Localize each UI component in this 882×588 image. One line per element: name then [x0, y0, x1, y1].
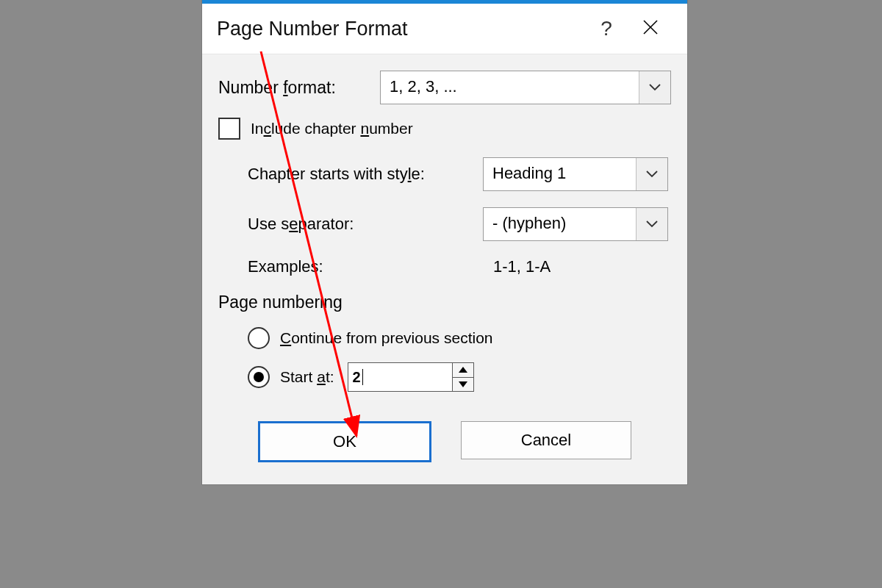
chevron-down-icon	[636, 208, 667, 240]
svg-marker-3	[459, 381, 467, 387]
start-at-radio[interactable]	[248, 366, 270, 388]
continue-previous-option[interactable]: Continue from previous section	[248, 327, 671, 349]
ok-button[interactable]: OK	[258, 421, 431, 462]
chevron-down-icon	[636, 158, 667, 190]
dialog-title: Page Number Format	[217, 18, 584, 40]
text-cursor	[362, 369, 363, 385]
chapter-style-label: Chapter starts with style:	[248, 165, 483, 184]
chapter-style-dropdown[interactable]: Heading 1	[483, 157, 668, 191]
examples-value: 1-1, 1-A	[483, 257, 551, 276]
svg-marker-2	[459, 367, 467, 373]
spinner-arrows	[452, 363, 473, 391]
include-chapter-number-label: Include chapter number	[251, 120, 413, 137]
start-at-spinner[interactable]: 2	[348, 362, 474, 392]
close-icon	[642, 19, 659, 35]
spinner-up-button[interactable]	[453, 363, 473, 378]
examples-row: Examples: 1-1, 1-A	[248, 257, 671, 276]
page-number-format-dialog: Page Number Format ? Number format: 1, 2…	[202, 0, 687, 484]
start-at-label: Start at:	[280, 368, 334, 386]
number-format-dropdown[interactable]: 1, 2, 3, ...	[380, 71, 671, 104]
start-at-option[interactable]: Start at: 2	[248, 362, 671, 392]
separator-row: Use separator: - (hyphen)	[248, 207, 671, 241]
continue-previous-label: Continue from previous section	[280, 329, 492, 347]
chapter-style-row: Chapter starts with style: Heading 1	[248, 157, 671, 191]
spinner-down-button[interactable]	[453, 378, 473, 392]
number-format-label: Number format:	[218, 78, 380, 98]
dialog-body: Number format: 1, 2, 3, ... Include chap…	[202, 54, 687, 484]
separator-dropdown[interactable]: - (hyphen)	[483, 207, 668, 241]
cancel-button[interactable]: Cancel	[461, 421, 631, 459]
number-format-row: Number format: 1, 2, 3, ...	[218, 71, 671, 104]
include-chapter-number-row[interactable]: Include chapter number	[218, 118, 671, 140]
titlebar: Page Number Format ?	[202, 4, 687, 54]
chevron-down-icon	[639, 71, 670, 104]
triangle-down-icon	[459, 381, 467, 387]
button-row: OK Cancel	[218, 421, 671, 462]
include-chapter-number-checkbox[interactable]	[218, 118, 240, 140]
chapter-style-value: Heading 1	[484, 158, 636, 190]
continue-previous-radio[interactable]	[248, 327, 270, 349]
triangle-up-icon	[459, 367, 467, 373]
separator-value: - (hyphen)	[484, 208, 636, 240]
separator-label: Use separator:	[248, 215, 483, 234]
help-button[interactable]: ?	[584, 17, 628, 40]
close-button[interactable]	[628, 19, 673, 39]
start-at-value[interactable]: 2	[348, 363, 452, 391]
number-format-value: 1, 2, 3, ...	[381, 71, 639, 104]
examples-label: Examples:	[248, 257, 483, 276]
page-numbering-heading: Page numbering	[218, 293, 671, 312]
